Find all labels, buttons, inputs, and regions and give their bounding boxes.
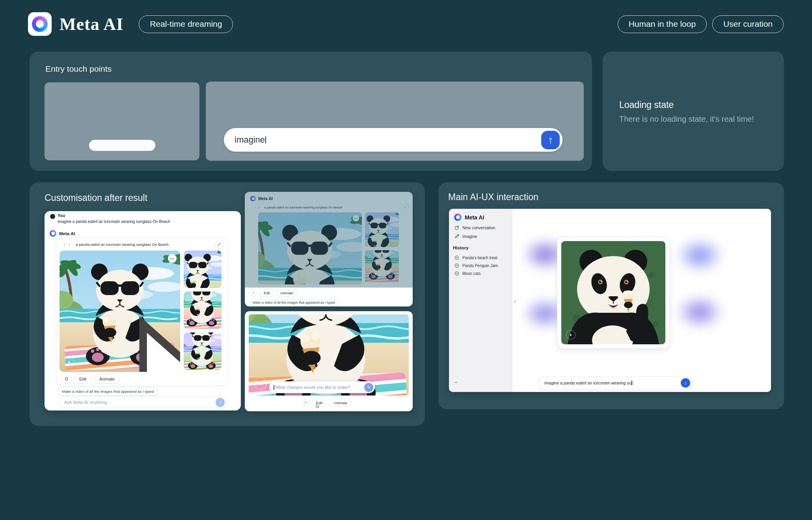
sidebar-brand-row: Meta AI (454, 214, 484, 221)
expand-button[interactable] (402, 204, 409, 211)
up-arrow-icon: ↑ (219, 399, 222, 405)
app-screenshot: Meta AI New conversation Imagine History… (449, 209, 771, 392)
meta-ai-logo (28, 12, 52, 36)
chat-history-icon (454, 271, 459, 276)
loading-state-subtitle: There is no loading state, it's real tim… (619, 115, 754, 124)
send-button[interactable]: ↑ (541, 131, 560, 149)
next-arrow-icon[interactable]: › (67, 241, 72, 247)
generated-image-main[interactable]: ••• ✦ (60, 251, 180, 372)
assistant-label: Meta AI (258, 196, 273, 201)
more-options-button[interactable]: ••• (168, 254, 177, 263)
edit-button[interactable]: Edit (312, 399, 327, 407)
image-thumbnail-3[interactable] (184, 332, 222, 370)
send-button[interactable]: ↑ (681, 378, 690, 388)
brand-title: Meta AI (60, 14, 123, 34)
meta-ai-ring-icon (32, 16, 48, 32)
pencil-submit-button[interactable]: ✎ (364, 383, 373, 392)
prev-arrow-icon[interactable]: ‹ (253, 205, 257, 210)
entry-placeholder-pill (89, 140, 155, 151)
image-carousel-card: ‹ › a panda eatinf an icecream wearing s… (56, 238, 227, 386)
sidebar: Meta AI New conversation Imagine History… (449, 209, 512, 392)
refresh-icon (253, 291, 255, 295)
refresh-icon (305, 401, 307, 405)
blur-blob (676, 238, 724, 273)
meta-ai-ring-icon (454, 214, 462, 221)
history-item-pandas-beach-treat[interactable]: Panda's beach treat (454, 255, 497, 260)
result-image-card[interactable]: ✦ (557, 237, 669, 348)
tag-user-curation[interactable]: User curation (712, 15, 784, 33)
prompt-input[interactable]: imagine a panda eatinf an icecream weari… (539, 377, 692, 389)
carousel-screenshot-tinted: Meta AI ‹ › a panda eatinf an icecream w… (245, 192, 413, 306)
sidebar-item-new-conversation[interactable]: New conversation (454, 225, 495, 230)
loading-state-title: Loading state (619, 100, 674, 110)
beach-panda-thumb (184, 292, 222, 329)
more-options-button[interactable]: ••• (353, 215, 359, 221)
suggestion-chip[interactable]: Make a video of all the images that appe… (58, 387, 158, 396)
sidebar-item-imagine[interactable]: Imagine (454, 234, 477, 239)
generated-image-main[interactable]: ••• (258, 212, 362, 284)
image-thumbnail-1[interactable] (184, 251, 222, 288)
tag-human-in-the-loop[interactable]: Human in the loop (618, 15, 707, 33)
entry-input-card: imagine ↑ (206, 82, 584, 161)
mouse-cursor-icon (316, 403, 320, 409)
imagine-input[interactable]: imagine ↑ (224, 128, 562, 152)
expand-icon (218, 242, 221, 247)
carousel-header: ‹ › a panda eatinf an icecream wearing s… (253, 204, 409, 211)
animate-button[interactable]: Animate (276, 289, 297, 297)
user-avatar (50, 214, 55, 219)
chat-screenshot: You imagine a panda eatinf an icecream w… (45, 211, 241, 410)
meta-ai-ring-icon (250, 196, 256, 201)
edit-screenshot: ✦ What changes would you like to make? ✎… (245, 311, 413, 411)
sidebar-collapse-control[interactable]: – (454, 379, 457, 385)
main-ux-panel: Main AI-UX interaction Meta AI New conve… (438, 182, 784, 409)
pencil-icon (454, 234, 459, 239)
page: Meta AI Real-time dreaming Human in the … (0, 0, 812, 520)
assistant-label: Meta AI (59, 231, 75, 236)
carousel-caption: a panda eatinf an icecream wearing sungl… (264, 206, 342, 209)
suggestion-chip[interactable]: Make a video of all the images that appe… (250, 299, 338, 306)
prev-result-chevron[interactable]: ‹ (514, 296, 516, 306)
carousel-caption: a panda eatinf an icecream wearing sungl… (76, 242, 169, 247)
more-icon: ••• (170, 257, 174, 260)
result-actions: Edit Animate (302, 399, 352, 407)
sidebar-brand-label: Meta AI (465, 214, 484, 221)
entry-panel-title: Entry touch points (45, 64, 112, 74)
ask-input[interactable] (63, 399, 216, 405)
edit-prompt-input[interactable]: What changes would you like to make? ✎ (269, 381, 375, 393)
history-item-panda-penguin-jam[interactable]: Panda Penguin Jam (454, 263, 498, 268)
entry-placeholder-card (45, 82, 199, 160)
beach-panda-image (258, 212, 362, 284)
chat-history-icon (454, 263, 459, 268)
prompt-input-value: imagine a panda eatinf an icecream weari… (544, 381, 631, 385)
prev-arrow-icon[interactable]: ‹ (62, 241, 67, 247)
animate-button[interactable]: Animate (94, 374, 120, 384)
up-arrow-icon: ↑ (548, 135, 553, 145)
ai-watermark-icon: ✦ (566, 330, 575, 340)
history-item-moon-cats[interactable]: Moon cats (454, 271, 480, 276)
more-icon: ••• (354, 217, 358, 219)
edit-button[interactable]: Edit (260, 289, 274, 297)
image-thumbnail-2[interactable] (184, 292, 222, 329)
regenerate-button[interactable] (302, 399, 309, 407)
user-label: You (58, 213, 65, 218)
ask-input-bar: ↑ (58, 396, 227, 408)
loading-state-panel: Loading state There is no loading state,… (603, 52, 784, 171)
next-arrow-icon[interactable]: › (257, 205, 261, 210)
regenerate-button[interactable] (62, 374, 71, 384)
beach-panda-thumb (184, 332, 222, 370)
generated-image: ✦ (561, 241, 665, 344)
image-thumbnail-2[interactable] (365, 250, 399, 285)
image-thumbnail-1[interactable] (365, 212, 399, 247)
beach-panda-thumb (184, 251, 222, 288)
imagine-canvas: ‹ ✦ imagine a panda eatinf an icecream w… (512, 209, 771, 392)
text-caret (274, 385, 274, 390)
send-button-soft[interactable]: ↑ (216, 398, 225, 407)
edit-button[interactable]: Edit (74, 374, 91, 384)
pencil-icon: ✎ (367, 385, 371, 390)
meta-ai-ring-icon (50, 230, 56, 237)
tag-real-time-dreaming[interactable]: Real-time dreaming (139, 15, 233, 33)
customisation-panel: Customisation after result You imagine a… (30, 182, 425, 426)
expand-button[interactable] (215, 240, 223, 249)
regenerate-button[interactable] (250, 290, 257, 297)
animate-button[interactable]: Animate (329, 399, 352, 407)
